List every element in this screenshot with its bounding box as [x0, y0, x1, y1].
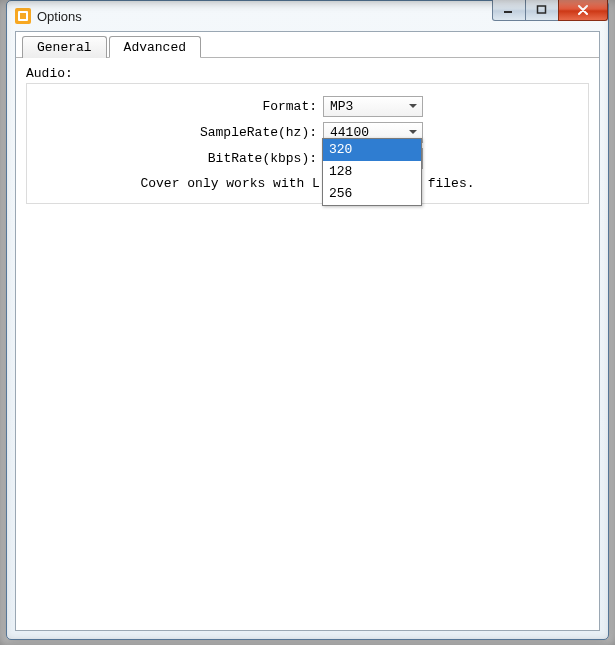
row-samplerate: SampleRate(hz): 44100 — [35, 120, 580, 144]
maximize-icon — [536, 5, 548, 15]
close-icon — [577, 5, 589, 15]
bitrate-dropdown[interactable]: 320 128 256 — [322, 138, 422, 206]
svg-rect-0 — [504, 11, 512, 13]
options-window: Options General Advanced Audio: — [6, 0, 609, 640]
cover-note: Cover only works with L files. — [35, 176, 580, 191]
tab-advanced[interactable]: Advanced — [109, 36, 201, 58]
maximize-button[interactable] — [525, 0, 559, 21]
client-area: General Advanced Audio: Format: MP3 Samp… — [15, 31, 600, 631]
window-buttons — [493, 0, 608, 21]
minimize-button[interactable] — [492, 0, 526, 21]
row-format: Format: MP3 — [35, 94, 580, 118]
cover-note-left: Cover only works with L — [140, 176, 319, 191]
titlebar[interactable]: Options — [7, 1, 608, 31]
format-label: Format: — [35, 99, 323, 114]
format-value: MP3 — [330, 99, 353, 114]
audio-section-label: Audio: — [26, 66, 589, 81]
bitrate-label: BitRate(kbps): — [35, 151, 323, 166]
cover-note-right: files. — [420, 176, 475, 191]
tab-content-advanced: Audio: Format: MP3 SampleRate(hz): 44100 — [16, 58, 599, 630]
tab-general[interactable]: General — [22, 36, 107, 58]
audio-group: Format: MP3 SampleRate(hz): 44100 BitRat… — [26, 83, 589, 204]
app-icon — [15, 8, 31, 24]
row-bitrate: BitRate(kbps): 320 — [35, 146, 580, 170]
bitrate-option[interactable]: 128 — [323, 161, 421, 183]
minimize-icon — [503, 5, 515, 15]
chevron-down-icon — [404, 97, 422, 116]
tabbar: General Advanced — [16, 32, 599, 58]
bitrate-option[interactable]: 320 — [323, 139, 421, 161]
svg-rect-1 — [538, 6, 546, 13]
window-title: Options — [37, 9, 82, 24]
bitrate-option[interactable]: 256 — [323, 183, 421, 205]
format-combobox[interactable]: MP3 — [323, 96, 423, 117]
close-button[interactable] — [558, 0, 608, 21]
samplerate-label: SampleRate(hz): — [35, 125, 323, 140]
